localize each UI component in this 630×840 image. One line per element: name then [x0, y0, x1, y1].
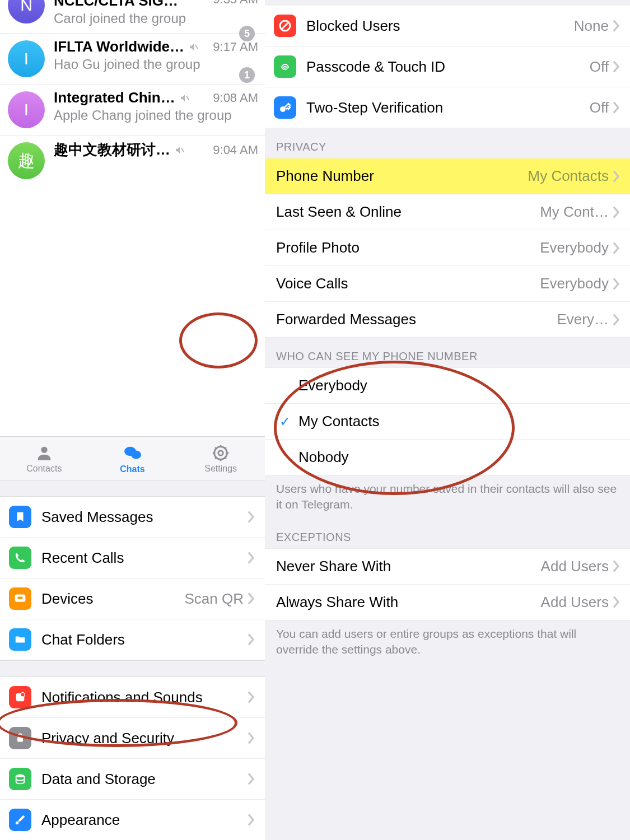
setting-phone-number[interactable]: Phone Number My Contacts — [265, 158, 630, 194]
setting-value: Everybody — [540, 275, 612, 292]
chevron-right-icon — [612, 313, 620, 326]
chat-avatar: I — [8, 91, 45, 128]
setting-label: Never Share With — [276, 558, 391, 575]
chevron-right-icon — [247, 510, 255, 524]
bookmark-icon — [9, 506, 31, 528]
chat-avatar: N — [8, 0, 45, 24]
setting-label: Last Seen & Online — [276, 203, 402, 221]
option-everybody[interactable]: Everybody — [265, 368, 630, 404]
chat-subtitle: Hao Gu joined the group — [54, 57, 258, 72]
check-icon: ✓ — [276, 414, 294, 430]
setting-notifications[interactable]: Notifications and Sounds — [0, 677, 265, 718]
setting-value: Off — [590, 58, 612, 76]
blocked-icon — [274, 15, 296, 37]
setting-label: Saved Messages — [41, 508, 153, 526]
chevron-right-icon — [612, 170, 620, 183]
setting-label: Phone Number — [276, 167, 374, 185]
chevron-right-icon — [612, 206, 620, 219]
option-my-contacts[interactable]: ✓ My Contacts — [265, 404, 630, 440]
muted-icon — [180, 93, 190, 103]
chevron-right-icon — [247, 633, 255, 646]
setting-last-seen[interactable]: Last Seen & Online My Cont… — [265, 194, 630, 230]
chat-bubbles-icon — [123, 443, 143, 463]
setting-label: Appearance — [41, 811, 120, 829]
setting-recent-calls[interactable]: Recent Calls — [0, 538, 265, 578]
chat-subtitle: Carol joined the group — [54, 11, 258, 26]
setting-voice-calls[interactable]: Voice Calls Everybody — [265, 266, 630, 302]
section-header-privacy: PRIVACY — [265, 128, 630, 158]
key-icon — [274, 96, 296, 119]
setting-data-storage[interactable]: Data and Storage — [0, 759, 265, 800]
setting-privacy-security[interactable]: Privacy and Security — [0, 718, 265, 759]
chat-row[interactable]: I Integrated Chin… 9:08 AM Apple Chang j… — [0, 85, 265, 136]
svg-line-0 — [195, 45, 198, 49]
setting-label: Voice Calls — [276, 275, 348, 292]
muted-icon — [189, 42, 199, 52]
setting-value: Scan QR — [185, 590, 248, 608]
phone-icon — [9, 547, 31, 569]
setting-value: Everybody — [540, 239, 612, 256]
setting-appearance[interactable]: Appearance — [0, 800, 265, 840]
brush-icon — [9, 809, 31, 831]
chat-time: 9:17 AM — [208, 40, 258, 54]
setting-value: My Cont… — [540, 203, 612, 221]
svg-rect-9 — [17, 596, 24, 599]
setting-chat-folders[interactable]: Chat Folders — [0, 619, 265, 660]
svg-point-13 — [16, 774, 25, 778]
section-footer: You can add users or entire groups as ex… — [265, 620, 630, 668]
option-label: My Contacts — [297, 413, 380, 430]
setting-label: Forwarded Messages — [276, 311, 416, 328]
option-label: Nobody — [297, 449, 349, 466]
chat-time: 9:08 AM — [208, 91, 258, 105]
chat-row[interactable]: N NCLC/CLTA SIG… 9:35 AM Carol joined th… — [0, 0, 265, 34]
setting-label: Data and Storage — [41, 771, 156, 788]
svg-point-11 — [21, 693, 25, 697]
tab-chats[interactable]: Chats — [88, 437, 177, 480]
section-header-who: WHO CAN SEE MY PHONE NUMBER — [265, 338, 630, 368]
chevron-right-icon — [247, 813, 255, 827]
setting-devices[interactable]: Devices Scan QR — [0, 578, 265, 619]
chevron-right-icon — [612, 101, 620, 114]
chat-avatar: I — [8, 40, 45, 77]
svg-line-1 — [186, 96, 189, 100]
chevron-right-icon — [247, 772, 255, 786]
tab-settings[interactable]: Settings — [176, 437, 265, 480]
chevron-right-icon — [247, 551, 255, 564]
chat-list: N NCLC/CLTA SIG… 9:35 AM Carol joined th… — [0, 0, 265, 186]
setting-value: Off — [590, 99, 612, 116]
chat-time: 9:04 AM — [208, 143, 258, 157]
setting-value: None — [574, 17, 612, 35]
chevron-right-icon — [612, 559, 620, 573]
folder-icon — [9, 628, 31, 651]
chevron-right-icon — [247, 690, 255, 704]
notification-icon — [9, 686, 31, 708]
setting-label: Always Share With — [276, 594, 398, 611]
setting-blocked-users[interactable]: Blocked Users None — [265, 6, 630, 46]
setting-profile-photo[interactable]: Profile Photo Everybody — [265, 230, 630, 266]
setting-label: Passcode & Touch ID — [306, 58, 445, 76]
svg-point-5 — [131, 450, 141, 459]
setting-two-step[interactable]: Two-Step Verification Off — [265, 87, 630, 128]
svg-point-3 — [41, 446, 47, 452]
chat-row[interactable]: I IFLTA Worldwide… 9:17 AM Hao Gu joined… — [0, 34, 265, 85]
setting-value: Add Users — [541, 558, 612, 575]
option-nobody[interactable]: Nobody — [265, 440, 630, 475]
setting-always-share[interactable]: Always Share With Add Users — [265, 585, 630, 620]
chat-avatar: 趣 — [8, 142, 45, 179]
chevron-right-icon — [612, 595, 620, 609]
person-icon — [35, 444, 54, 463]
muted-icon — [175, 145, 185, 155]
setting-passcode[interactable]: Passcode & Touch ID Off — [265, 46, 630, 87]
lock-icon — [9, 727, 31, 749]
setting-forwarded-messages[interactable]: Forwarded Messages Every… — [265, 302, 630, 338]
setting-label: Privacy and Security — [41, 730, 174, 747]
setting-saved-messages[interactable]: Saved Messages — [0, 497, 265, 538]
chat-row[interactable]: 趣 趣中文教材研讨… 9:04 AM — [0, 136, 265, 186]
database-icon — [9, 768, 31, 790]
option-label: Everybody — [297, 377, 367, 394]
setting-label: Blocked Users — [306, 17, 400, 35]
tab-contacts[interactable]: Contacts — [0, 437, 88, 480]
setting-value: Every… — [557, 311, 612, 328]
setting-never-share[interactable]: Never Share With Add Users — [265, 549, 630, 585]
setting-label: Recent Calls — [41, 549, 124, 567]
